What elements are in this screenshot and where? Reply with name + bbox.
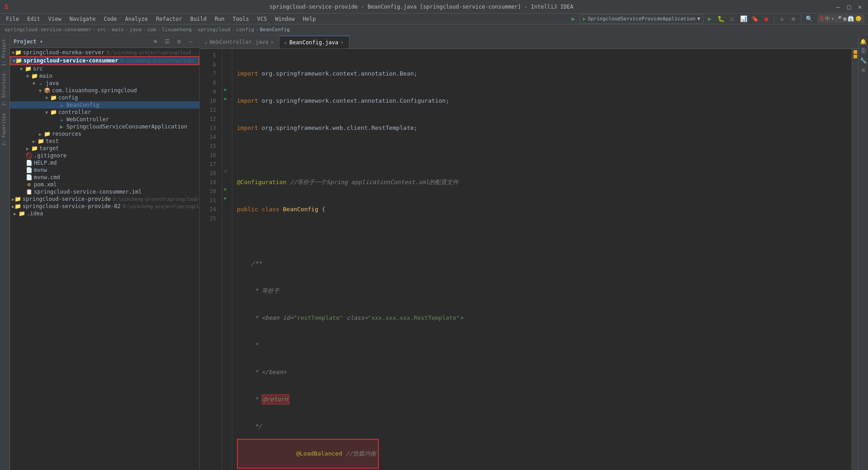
editor-tabs: ☕ WebController.java ✕ ☕ BeanConfig.java… [200,35,858,49]
tab-structure[interactable]: 2: Structure [0,70,9,109]
tree-item-src[interactable]: ▼ 📁 src [10,65,199,72]
code-line-16: * </bean> [237,368,847,377]
run-config-dropdown[interactable]: ▶ SpringcloudServiceProvideApplication ▼ [580,14,703,24]
menu-refactor[interactable]: Refactor [152,15,186,23]
right-section: ☕ WebController.java ✕ ☕ BeanConfig.java… [200,35,858,470]
menu-file[interactable]: File [2,15,23,23]
tree-item-consumer-app[interactable]: ▶ SpringcloudServiceConsumerApplication [10,123,199,130]
breadcrumb-item-3[interactable]: java [129,27,142,33]
outer-layout: 1: Project 2: Structure 2: Favorites Pro… [0,35,868,470]
menu-tools[interactable]: Tools [229,15,253,23]
side-icon-notifications[interactable]: 🔔 [859,38,868,46]
run-action-button[interactable]: ▶ [705,14,715,24]
code-line-6: import org.springframework.context.annot… [237,96,847,105]
side-icons-right: 🔔 🗄 🔧 m [858,35,868,470]
tree-item-config[interactable]: ▼ 📁 config [10,94,199,101]
close-button[interactable]: ✕ [856,3,863,10]
menu-view[interactable]: View [45,15,65,23]
tree-item-test[interactable]: ▶ 📁 test [10,138,199,145]
breadcrumb-item-0[interactable]: springcloud-service-consummer [5,27,91,33]
tree-item-idea[interactable]: ▶ 📁 .idea [10,210,199,217]
menu-run[interactable]: Run [211,15,228,23]
settings-toolbar-button[interactable]: ⚙ [788,14,798,24]
menu-window[interactable]: Window [271,15,298,23]
run-button[interactable]: ▶ [568,14,578,24]
tree-item-package[interactable]: ▼ 📦 com.lixuanhong.springcloud [10,87,199,94]
tab-favorites[interactable]: 2: Favorites [0,109,9,149]
tree-item-main[interactable]: ▼ 📁 main [10,72,199,80]
breadcrumb-bar: springcloud-service-consummer › src › ma… [0,24,868,35]
tab-beanconfig-close[interactable]: ✕ [340,39,344,45]
title-bar-left: S [5,3,8,10]
breadcrumb-item-7[interactable]: config [236,27,254,33]
project-panel-title: Project ▾ [14,38,43,45]
tree-item-mvnw[interactable]: 📄 mvnw [10,166,199,174]
coverage-button[interactable]: ☑ [727,14,737,24]
code-line-12: /** [237,259,847,268]
tree-item-consummer[interactable]: ▼ 📁 springcloud-service-consummer D:\xin… [10,56,199,65]
menu-navigate[interactable]: Navigate [66,15,99,23]
tree-item-iml[interactable]: 📋 springcloud-service-consummer.iml [10,188,199,195]
project-minimize-button[interactable]: — [186,37,196,47]
tab-webcontroller[interactable]: ☕ WebController.java ✕ [200,36,279,48]
side-icon-maven[interactable]: m [859,66,868,74]
tree-item-beanconfig[interactable]: ☕ BeanConfig [10,101,199,109]
project-locate-button[interactable]: ⊕ [151,37,160,47]
breadcrumb-item-2[interactable]: main [112,27,124,33]
code-area[interactable]: import org.springframework.context.annot… [232,49,852,470]
tree-item-eureka-server[interactable]: ▼ 📁 springcloud-eureka-server D:\xinchen… [10,49,199,56]
breadcrumb-item-6[interactable]: springcloud [198,27,231,33]
code-line-5: import org.springframework.context.annot… [237,69,847,78]
code-line-11 [237,232,847,241]
bookmarks-button[interactable]: 🔖 [750,14,760,24]
tree-item-provide[interactable]: ▶ 📁 springcloud-service-provide D:\xinch… [10,195,199,203]
stop-button[interactable]: ■ [761,14,771,24]
project-collapse-button[interactable]: ☰ [162,37,172,47]
line-numbers: 5 6 7 8 9 10 11 12 13 14 15 16 17 18 [200,49,222,470]
tab-beanconfig[interactable]: ☕ BeanConfig.java ✕ [279,36,349,48]
tree-item-target[interactable]: ▶ 📁 target [10,145,199,152]
tab-project[interactable]: 1: Project [0,35,9,70]
tree-item-pom[interactable]: ⚙ pom.xml [10,181,199,188]
code-line-19: @LoadBalanced //负载均衡 [237,449,847,458]
tree-item-webcontroller[interactable]: ☕ WebController [10,116,199,123]
breadcrumb-item-5[interactable]: lixuanhong [162,27,192,33]
search-everywhere-button[interactable]: 🔍 [804,14,814,24]
code-line-7: import org.springframework.web.client.Re… [237,123,847,133]
menu-build[interactable]: Build [187,15,210,23]
debug-button[interactable]: 🐛 [716,14,726,24]
update-button[interactable]: ↻ [777,14,787,24]
tree-item-controller[interactable]: ▼ 📁 controller [10,109,199,116]
code-line-10: public class BeanConfig { [237,205,847,214]
code-line-13: * 等价于 [237,286,847,295]
app-logo: S [5,3,8,10]
menu-edit[interactable]: Edit [24,15,44,23]
breadcrumb-item-4[interactable]: com [147,27,156,33]
minimize-button[interactable]: — [835,3,842,10]
side-icon-database[interactable]: 🗄 [859,47,868,55]
tree-item-mvnw-cmd[interactable]: 📄 mvnw.cmd [10,174,199,181]
tree-item-resources[interactable]: ▶ 📁 resources [10,130,199,138]
left-vertical-tabs: 1: Project 2: Structure 2: Favorites [0,35,10,470]
menu-analyze[interactable]: Analyze [121,15,151,23]
code-line-17: * @return [237,395,847,404]
tree-item-gitignore[interactable]: 🚫 .gitignore [10,152,199,159]
tree-item-help[interactable]: 📄 HELP.md [10,159,199,166]
code-line-9: @Configuration //等价于一个Spring application… [237,178,847,187]
project-panel: Project ▾ ⊕ ☰ ⚙ — ▼ 📁 springcloud-eureka… [10,35,200,470]
title-text: springcloud-service-provide - BeanConfig… [8,4,835,10]
menu-code[interactable]: Code [100,15,121,23]
project-settings-button[interactable]: ⚙ [174,37,184,47]
menu-vcs[interactable]: VCS [254,15,271,23]
maximize-button[interactable]: □ [845,3,853,10]
tab-webcontroller-close[interactable]: ✕ [271,39,274,45]
breadcrumb-item-1[interactable]: src [97,27,106,33]
side-icon-gradle[interactable]: 🔧 [859,57,868,65]
tree-item-provide-02[interactable]: ▶ 📁 springcloud-service-provide-02 D:\xi… [10,203,199,210]
window-controls: — □ ✕ [835,3,863,10]
profile-button[interactable]: 📊 [739,14,749,24]
tree-item-java[interactable]: ▼ ☕ java [10,80,199,87]
menu-help[interactable]: Help [299,15,320,23]
breadcrumb-item-8[interactable]: BeanConfig [260,27,290,33]
dropdown-arrow: ▼ [697,16,700,22]
